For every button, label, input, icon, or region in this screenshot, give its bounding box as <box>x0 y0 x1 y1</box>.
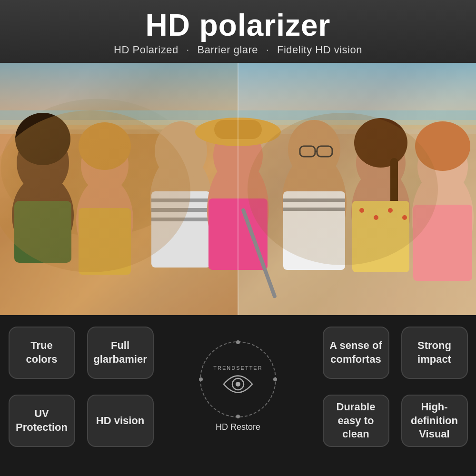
feature-grid: True colors Full glarbamier TRENDSETTER … <box>0 315 476 458</box>
center-logo-area: TRENDSETTER HD Restore <box>190 332 286 441</box>
header-subtitle: HD Polarized · Barrier glare · Fidelity … <box>5 44 471 56</box>
svg-point-51 <box>236 382 240 387</box>
page-title: HD polarizer <box>5 9 471 42</box>
subtitle-dot-1: · <box>186 44 192 56</box>
dot-left <box>199 377 203 381</box>
subtitle-part-3: Fidelity HD vision <box>277 44 362 56</box>
center-label: HD Restore <box>216 422 260 432</box>
feature-full-glarbamier: Full glarbamier <box>87 327 154 379</box>
subtitle-dot-2: · <box>266 44 272 56</box>
brand-text: TRENDSETTER <box>213 365 262 371</box>
photo-wrapper <box>0 63 476 315</box>
dot-top <box>236 340 240 344</box>
center-circle: TRENDSETTER <box>200 341 276 417</box>
feature-true-colors: True colors <box>9 327 75 379</box>
subtitle-part-1: HD Polarized <box>114 44 178 56</box>
svg-point-48 <box>248 113 438 265</box>
feature-strong-impact: Strong impact <box>401 327 468 379</box>
feature-hd-visual: High-definition Visual <box>401 395 468 447</box>
feature-sense-comfort: A sense of comfortas <box>323 327 389 379</box>
feature-hd-vision: HD vision <box>87 395 154 447</box>
dot-right <box>273 377 277 381</box>
feature-uv-protection: UV Protection <box>9 395 75 447</box>
eye-icon <box>221 375 255 394</box>
feature-durable: Durable easy to clean <box>323 395 389 447</box>
photo-section <box>0 63 476 315</box>
dot-bottom <box>236 415 240 418</box>
header-section: HD polarizer HD Polarized · Barrier glar… <box>0 0 476 63</box>
subtitle-part-2: Barrier glare <box>198 44 258 56</box>
people-scene <box>0 63 476 315</box>
